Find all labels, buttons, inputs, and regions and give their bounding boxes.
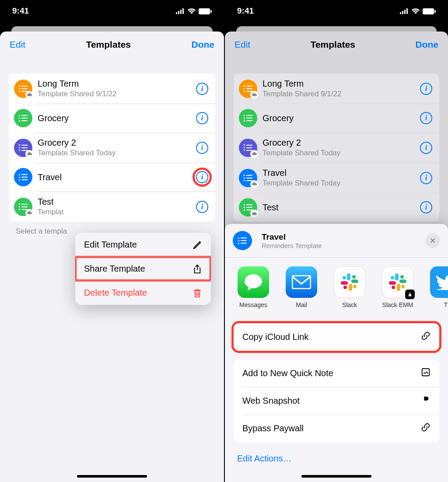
share-action[interactable]: Bypass Paywall [234, 415, 439, 442]
context-share-template[interactable]: Share Template [75, 257, 211, 281]
edit-actions-link[interactable]: Edit Actions… [225, 446, 448, 464]
done-button[interactable]: Done [191, 39, 214, 50]
template-row[interactable]: Groceryi [9, 104, 215, 133]
template-row[interactable]: TestTemplati [9, 192, 215, 222]
template-title: Grocery 2 [38, 138, 196, 148]
status-indicators [176, 6, 212, 16]
template-row[interactable]: TravelTemplate Shared Todayi [234, 163, 439, 193]
context-edit-template[interactable]: Edit Template [75, 233, 211, 257]
app-label: Mail [284, 301, 319, 308]
action-label: Bypass Paywall [242, 423, 304, 433]
share-app-slack[interactable]: Slack [332, 266, 368, 308]
share-sheet: Travel Reminders Template MessagesMailSl… [225, 224, 448, 482]
list-icon [239, 169, 257, 187]
template-title: Travel [38, 172, 196, 182]
template-row[interactable]: Traveli [9, 163, 215, 192]
template-row[interactable]: Testi [234, 193, 439, 222]
share-app-twitter[interactable]: T [428, 266, 448, 308]
cloud-badge-icon [250, 91, 258, 99]
context-delete-template[interactable]: Delete Template [75, 281, 211, 305]
svg-rect-10 [423, 8, 434, 14]
share-action[interactable]: Add to New Quick Note [234, 360, 439, 387]
action-copy-icloud-link[interactable]: Copy iCloud Link [234, 323, 439, 351]
list-icon [239, 109, 257, 127]
home-indicator[interactable] [77, 475, 147, 478]
info-button[interactable]: i [420, 172, 432, 184]
context-delete-label: Delete Template [84, 288, 147, 298]
messages-icon [238, 266, 269, 298]
list-icon [14, 198, 32, 216]
template-subtitle: Templat [38, 208, 196, 217]
action-label: Copy iCloud Link [242, 332, 308, 342]
svg-rect-5 [210, 10, 212, 13]
template-row[interactable]: Grocery 2Template Shared Todayi [9, 133, 215, 163]
share-title: Travel [262, 232, 425, 242]
info-button[interactable]: i [420, 112, 432, 124]
templates-sheet: Edit Templates Done Long TermTemplate Sh… [0, 31, 224, 482]
cloud-badge-icon [25, 91, 33, 99]
home-indicator[interactable] [301, 475, 371, 478]
wifi-icon [411, 6, 420, 16]
link-icon [421, 423, 430, 434]
svg-rect-0 [176, 12, 177, 14]
share-app-slack-emm[interactable]: Slack EMM [380, 266, 416, 308]
info-button[interactable]: i [196, 83, 208, 95]
done-button[interactable]: Done [415, 39, 438, 50]
template-subtitle: Template Shared Today [262, 149, 420, 157]
cloud-badge-icon [250, 180, 258, 188]
app-label: T [428, 301, 448, 308]
share-app-mail[interactable]: Mail [284, 266, 319, 308]
share-apps-row[interactable]: MessagesMailSlackSlack EMMT [225, 258, 448, 314]
svg-rect-17 [341, 281, 348, 285]
template-row[interactable]: Long TermTemplate Shared 9/1/22i [234, 73, 439, 104]
close-button[interactable] [425, 233, 440, 248]
info-button[interactable]: i [196, 171, 208, 183]
template-row[interactable]: Grocery 2Template Shared Todayi [234, 133, 439, 163]
status-time: 9:41 [237, 6, 254, 16]
share-header: Travel Reminders Template [225, 224, 448, 257]
status-bar: 9:41 [0, 0, 224, 22]
edit-button[interactable]: Edit [234, 39, 250, 50]
template-title: Long Term [38, 79, 196, 89]
cloud-badge-icon [250, 150, 258, 158]
template-row[interactable]: Groceryi [234, 104, 439, 133]
link-icon [421, 331, 430, 343]
share-action[interactable]: Web Snapshot [234, 387, 439, 415]
info-button[interactable]: i [196, 112, 208, 124]
info-button[interactable]: i [420, 142, 432, 154]
template-subtitle: Template Shared Today [262, 179, 420, 188]
template-subtitle: Template Shared Today [38, 149, 196, 157]
svg-rect-31 [422, 369, 430, 376]
slack-icon [382, 266, 413, 298]
context-edit-label: Edit Template [84, 240, 137, 250]
info-button[interactable]: i [196, 142, 208, 154]
svg-point-29 [392, 286, 395, 289]
pencil-icon [192, 240, 202, 250]
app-label: Messages [235, 301, 271, 308]
svg-rect-15 [351, 279, 358, 283]
svg-rect-9 [406, 8, 408, 14]
share-app-messages[interactable]: Messages [235, 266, 271, 308]
svg-point-12 [245, 274, 262, 288]
svg-rect-4 [199, 8, 210, 14]
info-button[interactable]: i [420, 201, 432, 213]
p-icon [421, 395, 430, 407]
info-button[interactable]: i [196, 201, 208, 213]
app-label: Slack EMM [380, 301, 416, 308]
svg-point-26 [391, 276, 394, 279]
info-button[interactable]: i [420, 83, 432, 95]
mail-icon [286, 266, 317, 298]
close-icon [430, 238, 436, 244]
action-label: Web Snapshot [242, 396, 300, 406]
nav-bar: Edit Templates Done [0, 31, 224, 58]
status-bar: 9:41 [225, 0, 448, 22]
lock-badge-icon [405, 290, 415, 299]
svg-rect-7 [402, 11, 403, 14]
svg-rect-11 [434, 10, 436, 13]
template-title: Grocery [38, 113, 196, 123]
template-row[interactable]: Long TermTemplate Shared 9/1/22i [9, 73, 215, 104]
edit-button[interactable]: Edit [10, 39, 25, 50]
context-menu: Edit Template Share Template Delete Temp… [75, 233, 211, 305]
trash-icon [192, 288, 202, 298]
phone-left: 9:41 Edit Templates Done Long TermTempla… [0, 0, 224, 482]
